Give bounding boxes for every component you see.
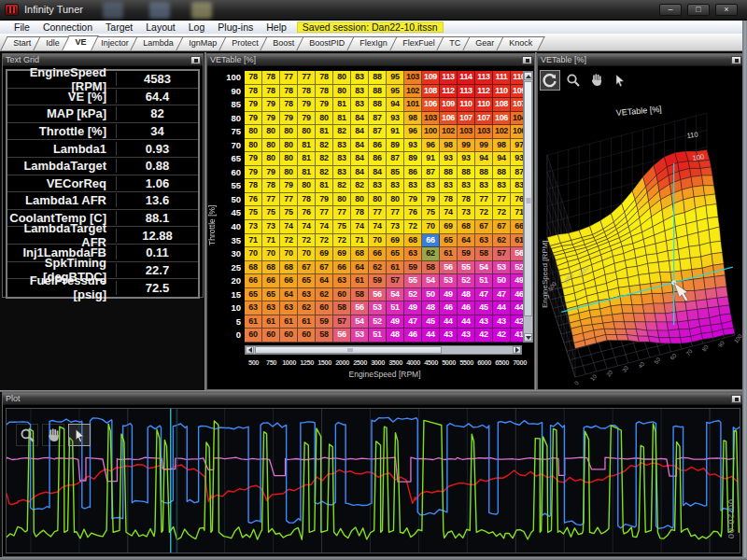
ve-cell[interactable]: 80 <box>316 112 333 126</box>
ve-cell[interactable]: 74 <box>298 220 316 234</box>
ve-cell[interactable]: 112 <box>440 85 458 99</box>
ve-cell[interactable]: 83 <box>404 179 422 193</box>
ve-cell[interactable]: 79 <box>298 98 316 112</box>
ve-cell[interactable]: 80 <box>369 193 387 207</box>
ve-table-vertical-scrollbar[interactable] <box>523 71 533 343</box>
ve-cell[interactable]: 68 <box>262 261 280 275</box>
ve-cell[interactable]: 54 <box>475 261 493 275</box>
ve-cell[interactable]: 51 <box>369 329 387 343</box>
ve-cell[interactable]: 60 <box>262 329 280 343</box>
ve-cell[interactable]: 84 <box>351 125 369 139</box>
ve-cell[interactable]: 58 <box>422 261 440 275</box>
ve-cell[interactable]: 44 <box>493 301 511 315</box>
ve-cell[interactable]: 96 <box>422 139 440 153</box>
ve-cell[interactable]: 64 <box>316 274 333 288</box>
ve-cell[interactable]: 49 <box>440 288 458 302</box>
ve-cell[interactable]: 67 <box>316 261 333 275</box>
ve-cell[interactable]: 65 <box>387 247 404 261</box>
ve-cell[interactable]: 82 <box>316 166 333 180</box>
ve-cell[interactable]: 108 <box>493 98 511 112</box>
ve-cell[interactable]: 80 <box>280 166 298 180</box>
ve-cell[interactable]: 63 <box>280 301 298 315</box>
ve-cell[interactable]: 78 <box>458 193 475 207</box>
ve-cell[interactable]: 81 <box>333 98 351 112</box>
ve-cell[interactable]: 67 <box>298 261 316 275</box>
ve-cell[interactable]: 110 <box>475 98 493 112</box>
ve-cell[interactable]: 94 <box>493 152 511 166</box>
ve-cell[interactable]: 87 <box>369 112 387 126</box>
ve-cell[interactable]: 75 <box>422 206 440 220</box>
ve-cell[interactable]: 103 <box>422 112 440 126</box>
ve-cell[interactable]: 78 <box>351 206 369 220</box>
ve-cell[interactable]: 54 <box>387 288 404 302</box>
ve-cell[interactable]: 46 <box>440 301 458 315</box>
ve-cell[interactable]: 46 <box>458 301 475 315</box>
ve-cell[interactable]: 65 <box>440 234 458 248</box>
zoom-tool-icon[interactable] <box>16 424 38 446</box>
ve-cell[interactable]: 84 <box>351 166 369 180</box>
ve-cell[interactable]: 98 <box>440 139 458 153</box>
ve-cell[interactable]: 42 <box>493 329 511 343</box>
ve-cell[interactable]: 76 <box>245 193 262 207</box>
ve-cell[interactable]: 70 <box>262 247 280 261</box>
ve-cell[interactable]: 95 <box>387 71 404 85</box>
ve-cell[interactable]: 109 <box>440 98 458 112</box>
ve-cell[interactable]: 79 <box>245 152 262 166</box>
ve-cell[interactable]: 80 <box>298 125 316 139</box>
ve-cell[interactable]: 59 <box>316 315 333 329</box>
ve-cell[interactable]: 78 <box>262 85 280 99</box>
ve-cell[interactable]: 43 <box>493 315 511 329</box>
ve-cell[interactable]: 70 <box>422 220 440 234</box>
ve-cell[interactable]: 79 <box>298 112 316 126</box>
ve-cell[interactable]: 88 <box>369 71 387 85</box>
ve-cell[interactable]: 63 <box>333 274 351 288</box>
ve-cell[interactable]: 52 <box>369 315 387 329</box>
ve-cell[interactable]: 77 <box>280 71 298 85</box>
menu-layout[interactable]: Layout <box>139 21 182 33</box>
ve-cell[interactable]: 61 <box>262 315 280 329</box>
menu-file[interactable]: File <box>7 21 36 33</box>
ve-cell[interactable]: 59 <box>404 261 422 275</box>
ve-cell[interactable]: 68 <box>458 220 475 234</box>
ve-cell[interactable]: 80 <box>280 125 298 139</box>
ve-cell[interactable]: 53 <box>351 329 369 343</box>
ve-cell[interactable]: 47 <box>404 315 422 329</box>
ve-cell[interactable]: 64 <box>351 261 369 275</box>
ve-cell[interactable]: 41 <box>511 329 524 343</box>
ve-cell[interactable]: 43 <box>475 315 493 329</box>
ve-cell[interactable]: 79 <box>262 166 280 180</box>
ve-cell[interactable]: 82 <box>333 179 351 193</box>
ve-cell[interactable]: 48 <box>387 329 404 343</box>
ve-cell[interactable]: 42 <box>511 315 524 329</box>
ve-cell[interactable]: 83 <box>475 179 493 193</box>
ve-cell[interactable]: 84 <box>351 152 369 166</box>
ve-cell[interactable]: 78 <box>316 71 333 85</box>
ve-cell[interactable]: 98 <box>404 112 422 126</box>
ve-cell[interactable]: 58 <box>333 301 351 315</box>
ve-cell[interactable]: 94 <box>387 98 404 112</box>
ve-cell[interactable]: 57 <box>333 315 351 329</box>
ve-cell[interactable]: 62 <box>369 261 387 275</box>
ve-cell[interactable]: 97 <box>511 139 524 153</box>
ve-cell[interactable]: 73 <box>262 220 280 234</box>
ve-cell[interactable]: 83 <box>440 179 458 193</box>
ve-cell[interactable]: 70 <box>298 247 316 261</box>
ve-cell[interactable]: 80 <box>280 152 298 166</box>
ve-cell[interactable]: 78 <box>298 193 316 207</box>
ve-cell[interactable]: 75 <box>333 220 351 234</box>
ve-cell[interactable]: 65 <box>298 274 316 288</box>
ve-cell[interactable]: 59 <box>458 247 475 261</box>
ve-cell[interactable]: 85 <box>387 166 404 180</box>
ve-cell[interactable]: 80 <box>245 125 262 139</box>
ve-cell[interactable]: 73 <box>245 220 262 234</box>
ve-cell[interactable]: 66 <box>245 274 262 288</box>
ve-cell[interactable]: 113 <box>475 71 493 85</box>
ve-cell[interactable]: 86 <box>369 139 387 153</box>
ve-cell[interactable]: 81 <box>333 112 351 126</box>
ve-cell[interactable]: 71 <box>511 206 524 220</box>
ve-cell[interactable]: 73 <box>458 206 475 220</box>
ve-cell[interactable]: 81 <box>298 139 316 153</box>
ve-cell[interactable]: 61 <box>245 315 262 329</box>
minimize-button[interactable]: – <box>659 4 682 16</box>
panel-menu-button[interactable] <box>190 56 201 64</box>
